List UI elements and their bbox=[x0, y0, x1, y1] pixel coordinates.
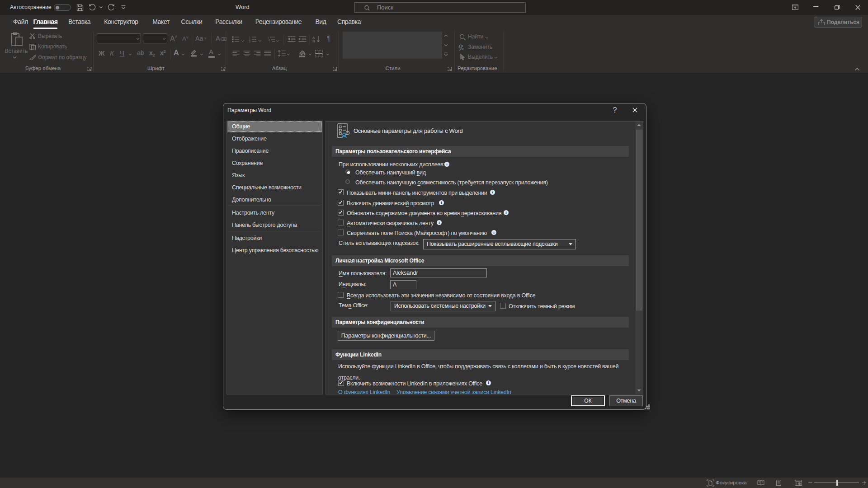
svg-text:c: c bbox=[462, 47, 464, 51]
svg-text:Я: Я bbox=[312, 39, 315, 43]
svg-text:b: b bbox=[461, 44, 463, 47]
svg-text:3: 3 bbox=[249, 40, 250, 42]
svg-text:i: i bbox=[269, 41, 270, 43]
